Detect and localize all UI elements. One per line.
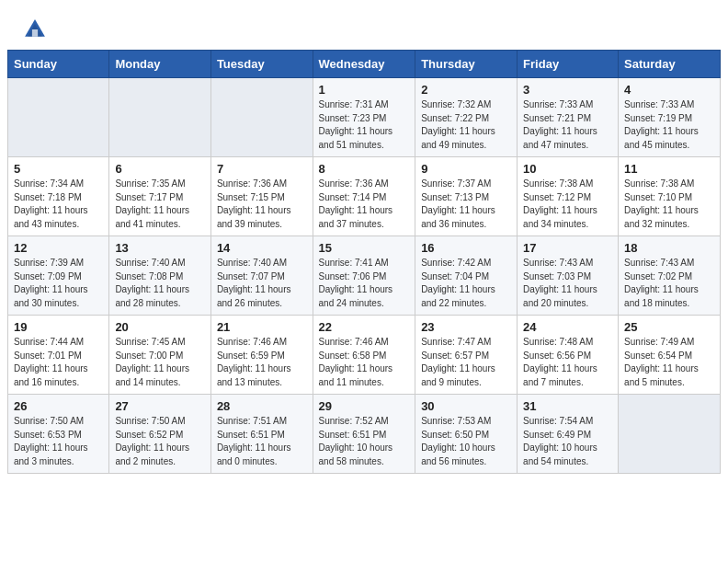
calendar-cell: 3Sunrise: 7:33 AMSunset: 7:21 PMDaylight… xyxy=(518,78,619,157)
logo-icon xyxy=(22,17,48,42)
day-info: Sunrise: 7:36 AMSunset: 7:14 PMDaylight:… xyxy=(319,178,410,231)
calendar-week-2: 12Sunrise: 7:39 AMSunset: 7:09 PMDayligh… xyxy=(8,236,721,316)
calendar-cell: 12Sunrise: 7:39 AMSunset: 7:09 PMDayligh… xyxy=(8,236,109,316)
day-number: 26 xyxy=(14,399,103,413)
day-info: Sunrise: 7:53 AMSunset: 6:50 PMDaylight:… xyxy=(421,415,511,468)
day-info: Sunrise: 7:40 AMSunset: 7:08 PMDaylight:… xyxy=(115,257,205,310)
day-number: 29 xyxy=(319,399,410,413)
day-number: 22 xyxy=(319,320,410,334)
header xyxy=(0,0,728,50)
weekday-header-thursday: Thursday xyxy=(415,51,518,78)
calendar-cell: 5Sunrise: 7:34 AMSunset: 7:18 PMDaylight… xyxy=(8,157,109,236)
calendar-body: 1Sunrise: 7:31 AMSunset: 7:23 PMDaylight… xyxy=(8,78,721,474)
calendar-cell xyxy=(109,78,211,157)
day-number: 3 xyxy=(523,83,612,97)
day-number: 25 xyxy=(624,320,714,334)
calendar-cell: 1Sunrise: 7:31 AMSunset: 7:23 PMDaylight… xyxy=(313,78,415,157)
day-number: 6 xyxy=(115,162,205,176)
calendar-cell: 6Sunrise: 7:35 AMSunset: 7:17 PMDaylight… xyxy=(109,157,211,236)
calendar-cell: 4Sunrise: 7:33 AMSunset: 7:19 PMDaylight… xyxy=(619,78,721,157)
day-number: 23 xyxy=(421,320,511,334)
day-info: Sunrise: 7:35 AMSunset: 7:17 PMDaylight:… xyxy=(115,178,205,231)
calendar-cell xyxy=(8,78,109,157)
calendar-cell: 19Sunrise: 7:44 AMSunset: 7:01 PMDayligh… xyxy=(8,316,109,395)
day-number: 19 xyxy=(14,320,103,334)
calendar-cell: 26Sunrise: 7:50 AMSunset: 6:53 PMDayligh… xyxy=(8,395,109,474)
day-number: 30 xyxy=(421,399,511,413)
day-number: 8 xyxy=(319,162,410,176)
svg-rect-2 xyxy=(32,29,38,37)
calendar-cell: 31Sunrise: 7:54 AMSunset: 6:49 PMDayligh… xyxy=(518,395,619,474)
calendar-cell: 22Sunrise: 7:46 AMSunset: 6:58 PMDayligh… xyxy=(313,316,415,395)
calendar-cell: 18Sunrise: 7:43 AMSunset: 7:02 PMDayligh… xyxy=(619,236,721,316)
day-info: Sunrise: 7:43 AMSunset: 7:02 PMDaylight:… xyxy=(624,257,714,310)
day-number: 12 xyxy=(14,241,103,255)
calendar-week-4: 26Sunrise: 7:50 AMSunset: 6:53 PMDayligh… xyxy=(8,395,721,474)
calendar-cell: 30Sunrise: 7:53 AMSunset: 6:50 PMDayligh… xyxy=(415,395,518,474)
day-number: 5 xyxy=(14,162,103,176)
day-number: 13 xyxy=(115,241,205,255)
day-number: 16 xyxy=(421,241,511,255)
day-info: Sunrise: 7:46 AMSunset: 6:58 PMDaylight:… xyxy=(319,336,410,389)
day-info: Sunrise: 7:46 AMSunset: 6:59 PMDaylight:… xyxy=(217,336,307,389)
day-number: 18 xyxy=(624,241,714,255)
calendar-cell: 15Sunrise: 7:41 AMSunset: 7:06 PMDayligh… xyxy=(313,236,415,316)
calendar-cell xyxy=(210,78,313,157)
weekday-header-tuesday: Tuesday xyxy=(210,51,313,78)
calendar-cell xyxy=(619,395,721,474)
day-info: Sunrise: 7:38 AMSunset: 7:12 PMDaylight:… xyxy=(523,178,612,231)
day-number: 15 xyxy=(319,241,410,255)
day-info: Sunrise: 7:49 AMSunset: 6:54 PMDaylight:… xyxy=(624,336,714,389)
day-number: 27 xyxy=(115,399,205,413)
day-number: 17 xyxy=(523,241,612,255)
day-number: 24 xyxy=(523,320,612,334)
calendar-cell: 24Sunrise: 7:48 AMSunset: 6:56 PMDayligh… xyxy=(518,316,619,395)
weekday-header-wednesday: Wednesday xyxy=(313,51,415,78)
calendar-cell: 11Sunrise: 7:38 AMSunset: 7:10 PMDayligh… xyxy=(619,157,721,236)
weekday-header-sunday: Sunday xyxy=(8,51,109,78)
day-info: Sunrise: 7:50 AMSunset: 6:52 PMDaylight:… xyxy=(115,415,205,468)
calendar-cell: 9Sunrise: 7:37 AMSunset: 7:13 PMDaylight… xyxy=(415,157,518,236)
calendar-table: SundayMondayTuesdayWednesdayThursdayFrid… xyxy=(7,50,721,474)
calendar-week-0: 1Sunrise: 7:31 AMSunset: 7:23 PMDaylight… xyxy=(8,78,721,157)
calendar-cell: 10Sunrise: 7:38 AMSunset: 7:12 PMDayligh… xyxy=(518,157,619,236)
calendar-cell: 29Sunrise: 7:52 AMSunset: 6:51 PMDayligh… xyxy=(313,395,415,474)
day-info: Sunrise: 7:48 AMSunset: 6:56 PMDaylight:… xyxy=(523,336,612,389)
day-number: 2 xyxy=(421,83,511,97)
weekday-row: SundayMondayTuesdayWednesdayThursdayFrid… xyxy=(8,51,721,78)
day-info: Sunrise: 7:38 AMSunset: 7:10 PMDaylight:… xyxy=(624,178,714,231)
day-info: Sunrise: 7:39 AMSunset: 7:09 PMDaylight:… xyxy=(14,257,103,310)
calendar-cell: 23Sunrise: 7:47 AMSunset: 6:57 PMDayligh… xyxy=(415,316,518,395)
calendar-cell: 16Sunrise: 7:42 AMSunset: 7:04 PMDayligh… xyxy=(415,236,518,316)
day-info: Sunrise: 7:31 AMSunset: 7:23 PMDaylight:… xyxy=(319,98,410,152)
day-number: 14 xyxy=(217,241,307,255)
day-info: Sunrise: 7:47 AMSunset: 6:57 PMDaylight:… xyxy=(421,336,511,389)
calendar-cell: 20Sunrise: 7:45 AMSunset: 7:00 PMDayligh… xyxy=(109,316,211,395)
page: SundayMondayTuesdayWednesdayThursdayFrid… xyxy=(0,0,728,563)
day-info: Sunrise: 7:34 AMSunset: 7:18 PMDaylight:… xyxy=(14,178,103,231)
logo xyxy=(22,17,51,42)
day-info: Sunrise: 7:42 AMSunset: 7:04 PMDaylight:… xyxy=(421,257,511,310)
calendar-wrapper: SundayMondayTuesdayWednesdayThursdayFrid… xyxy=(0,50,728,481)
day-number: 11 xyxy=(624,162,714,176)
day-number: 4 xyxy=(624,83,714,97)
calendar-cell: 8Sunrise: 7:36 AMSunset: 7:14 PMDaylight… xyxy=(313,157,415,236)
day-number: 31 xyxy=(523,399,612,413)
weekday-header-monday: Monday xyxy=(109,51,211,78)
day-info: Sunrise: 7:33 AMSunset: 7:21 PMDaylight:… xyxy=(523,98,612,152)
day-number: 9 xyxy=(421,162,511,176)
day-info: Sunrise: 7:45 AMSunset: 7:00 PMDaylight:… xyxy=(115,336,205,389)
day-number: 10 xyxy=(523,162,612,176)
calendar-week-3: 19Sunrise: 7:44 AMSunset: 7:01 PMDayligh… xyxy=(8,316,721,395)
day-number: 21 xyxy=(217,320,307,334)
day-info: Sunrise: 7:51 AMSunset: 6:51 PMDaylight:… xyxy=(217,415,307,468)
day-info: Sunrise: 7:50 AMSunset: 6:53 PMDaylight:… xyxy=(14,415,103,468)
calendar-cell: 28Sunrise: 7:51 AMSunset: 6:51 PMDayligh… xyxy=(210,395,313,474)
day-info: Sunrise: 7:41 AMSunset: 7:06 PMDaylight:… xyxy=(319,257,410,310)
day-number: 1 xyxy=(319,83,410,97)
weekday-header-saturday: Saturday xyxy=(619,51,721,78)
day-info: Sunrise: 7:40 AMSunset: 7:07 PMDaylight:… xyxy=(217,257,307,310)
day-info: Sunrise: 7:44 AMSunset: 7:01 PMDaylight:… xyxy=(14,336,103,389)
calendar-header: SundayMondayTuesdayWednesdayThursdayFrid… xyxy=(8,51,721,78)
day-number: 28 xyxy=(217,399,307,413)
